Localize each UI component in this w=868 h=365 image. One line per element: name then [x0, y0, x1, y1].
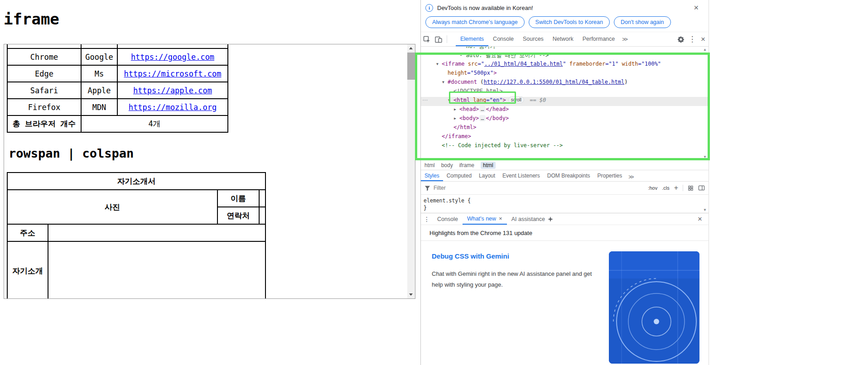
elements-scrollbar[interactable]: ▲ ▼ — [702, 48, 708, 159]
dom-tree-node[interactable]: ⋯▼<html lang="en">scroll == $0 — [421, 97, 709, 106]
table-row: SafariApplehttps://apple.com — [7, 82, 228, 99]
resource-link[interactable]: ../01_html/04_table.html — [484, 61, 563, 67]
dom-tree-node[interactable]: <!-- Code injected by live-server --> — [421, 142, 709, 151]
code-token: ) — [624, 79, 627, 85]
scrollbar-thumb[interactable] — [407, 53, 415, 80]
code-token: <!-- Code injected by live-server --> — [442, 142, 563, 149]
dom-tree-node[interactable]: - auto: 필요할 때만 보이기 --> — [421, 52, 709, 61]
more-tabs-icon[interactable]: >> — [619, 33, 630, 46]
code-token: height — [448, 70, 467, 76]
code-token: ="500px" — [467, 70, 493, 76]
expand-arrow-icon[interactable]: ▶ — [454, 107, 459, 111]
scroll-down-icon[interactable] — [407, 291, 415, 298]
browser-link[interactable]: https://google.com — [131, 53, 214, 62]
styles-filter-input[interactable] — [434, 185, 515, 191]
browser-link[interactable]: https://microsoft.com — [124, 69, 222, 78]
banner-button[interactable]: Switch DevTools to Korean — [529, 16, 610, 28]
device-toolbar-icon[interactable] — [433, 32, 444, 47]
drawer-tab-console[interactable]: Console — [433, 213, 463, 225]
dom-tree-node[interactable]: ▼<iframe src="../01_html/04_table.html" … — [421, 61, 709, 70]
settings-gear-icon[interactable] — [675, 32, 687, 47]
section-heading: rowspan | colspan — [9, 146, 408, 160]
breadcrumb-item[interactable]: iframe — [459, 162, 474, 168]
tab-elements[interactable]: Elements — [456, 32, 488, 46]
ai-assistance-icon — [548, 216, 553, 222]
tab-styles[interactable]: Styles — [421, 170, 443, 181]
tab-console[interactable]: Console — [488, 32, 518, 46]
scroll-down-icon[interactable]: ▼ — [702, 208, 708, 212]
summary-value: 4개 — [81, 115, 228, 132]
divider — [683, 185, 683, 191]
drawer-close-icon[interactable]: × — [698, 213, 702, 225]
toggle-class-button[interactable]: .cls — [662, 185, 670, 191]
contact-cell: 연락처 — [217, 207, 259, 224]
new-style-rule-icon[interactable]: + — [674, 184, 678, 192]
tab-network[interactable]: Network — [548, 32, 578, 46]
expand-arrow-icon[interactable]: ▶ — [454, 116, 459, 120]
menu-kebab-icon[interactable]: ⋮ — [687, 34, 698, 44]
breadcrumb-item[interactable]: html — [424, 162, 435, 168]
dom-tree-node[interactable]: - no: 숨기기 — [421, 47, 709, 52]
tab-dom-breakpoints[interactable]: DOM Breakpoints — [544, 170, 594, 181]
photo-cell: 사진 — [7, 190, 217, 224]
code-token: == $0 — [526, 97, 546, 103]
drawer-tab-ai-assistance[interactable]: AI assistance — [507, 213, 558, 225]
drawer-kebab-icon[interactable]: ⋮ — [421, 213, 433, 225]
dom-tree-node[interactable]: <!DOCTYPE html> — [421, 88, 709, 97]
tab-layout[interactable]: Layout — [475, 170, 499, 181]
scroll-down-icon[interactable]: ▼ — [702, 155, 708, 159]
code-token: =" — [477, 61, 484, 67]
breadcrumb-item[interactable]: html — [481, 162, 496, 169]
drawer-tab-bar: ⋮ ConsoleWhat's new×AI assistance × — [421, 213, 709, 225]
dom-tree-node[interactable]: </iframe> — [421, 133, 709, 142]
inspect-element-icon[interactable] — [421, 32, 433, 47]
resource-link[interactable]: http://127.0.0.1:5500/01_html/04_table.h… — [483, 79, 624, 85]
dom-tree-node[interactable]: </html> — [421, 124, 709, 133]
elements-tree: - no: 숨기기- auto: 필요할 때만 보이기 -->▼<iframe … — [421, 47, 709, 151]
browser-link[interactable]: https://mozilla.org — [129, 103, 217, 112]
empty-cell — [7, 44, 81, 48]
styles-scrollbar[interactable]: ▼ — [702, 196, 708, 212]
expand-arrow-icon[interactable]: ▼ — [436, 62, 442, 66]
whats-new-panel: Highlights from the Chrome 131 update De… — [421, 225, 709, 365]
drawer-tab-what-s-new[interactable]: What's new× — [463, 213, 507, 225]
empty-cell — [48, 224, 265, 241]
tab-event-listeners[interactable]: Event Listeners — [499, 170, 544, 181]
cell-maker: MDN — [81, 99, 117, 115]
tab-performance[interactable]: Performance — [578, 32, 620, 46]
tab-computed[interactable]: Computed — [443, 170, 475, 181]
code-token: src — [468, 61, 478, 67]
code-token: " — [563, 61, 569, 67]
breadcrumb-item[interactable]: body — [441, 162, 453, 168]
dom-tree-node[interactable]: ▼#document (http://127.0.0.1:5500/01_htm… — [421, 79, 709, 88]
scroll-up-icon[interactable] — [407, 44, 415, 52]
close-icon[interactable]: × — [499, 215, 502, 222]
whats-new-card-title[interactable]: Debug CSS with Gemini — [432, 252, 509, 260]
grid-overlay-icon[interactable] — [688, 185, 694, 191]
tab-sources[interactable]: Sources — [518, 32, 548, 46]
browser-link[interactable]: https://apple.com — [133, 86, 212, 95]
toggle-hover-state-button[interactable]: :hov — [648, 185, 657, 191]
tab-properties[interactable]: Properties — [594, 170, 626, 181]
dom-tree-node[interactable]: height="500px"> — [421, 70, 709, 79]
computed-sidebar-toggle-icon[interactable] — [698, 185, 705, 191]
empty-cell — [81, 44, 117, 48]
scroll-up-icon[interactable]: ▲ — [702, 48, 708, 52]
styles-more-tabs-icon[interactable]: >> — [626, 170, 636, 181]
infobar-close-icon[interactable]: × — [694, 4, 699, 12]
element-style-section[interactable]: element.style { } ▼ — [421, 195, 709, 213]
banner-button[interactable]: Don't show again — [614, 16, 671, 28]
cell-name: Firefox — [7, 99, 81, 115]
expand-arrow-icon[interactable]: ▼ — [448, 98, 453, 102]
style-selector: element.style — [424, 197, 464, 204]
dom-tree-node[interactable]: ▶<body>…</body> — [421, 115, 709, 124]
brace-close: } — [424, 205, 427, 211]
iframe-scrollbar[interactable] — [407, 44, 415, 298]
devtools-close-icon[interactable]: × — [698, 35, 709, 44]
expand-arrow-icon[interactable]: ▼ — [442, 80, 448, 84]
web-page: iframe ChromeGooglehttps://google.comEdg… — [0, 0, 420, 365]
dom-tree-node[interactable]: ▶<head>…</head> — [421, 106, 709, 115]
banner-button[interactable]: Always match Chrome's language — [425, 16, 525, 28]
gemini-thumbnail — [609, 251, 699, 364]
node-menu-icon[interactable]: ⋯ — [422, 97, 428, 103]
